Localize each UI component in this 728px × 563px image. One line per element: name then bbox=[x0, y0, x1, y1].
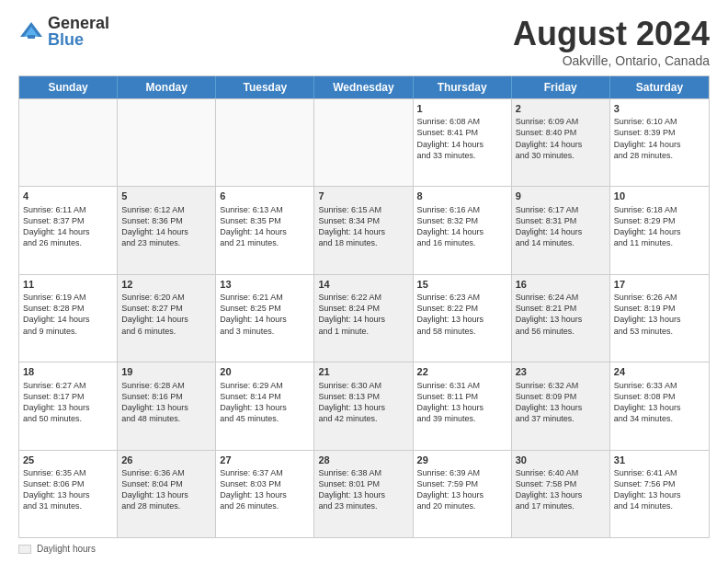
day-info: Sunrise: 6:38 AM Sunset: 8:01 PM Dayligh… bbox=[318, 467, 408, 512]
day-info: Sunrise: 6:22 AM Sunset: 8:24 PM Dayligh… bbox=[318, 292, 408, 337]
calendar-cell: 14Sunrise: 6:22 AM Sunset: 8:24 PM Dayli… bbox=[314, 275, 413, 362]
day-info: Sunrise: 6:20 AM Sunset: 8:27 PM Dayligh… bbox=[121, 292, 211, 337]
day-info: Sunrise: 6:08 AM Sunset: 8:41 PM Dayligh… bbox=[417, 116, 507, 161]
calendar-cell: 6Sunrise: 6:13 AM Sunset: 8:35 PM Daylig… bbox=[216, 187, 314, 273]
calendar-cell: 4Sunrise: 6:11 AM Sunset: 8:37 PM Daylig… bbox=[19, 187, 118, 273]
day-number: 29 bbox=[417, 454, 507, 466]
day-info: Sunrise: 6:19 AM Sunset: 8:28 PM Dayligh… bbox=[23, 292, 113, 337]
calendar-cell: 23Sunrise: 6:32 AM Sunset: 8:09 PM Dayli… bbox=[512, 362, 610, 449]
calendar-cell bbox=[19, 99, 118, 186]
day-number: 16 bbox=[516, 278, 606, 291]
calendar-cell: 29Sunrise: 6:39 AM Sunset: 7:59 PM Dayli… bbox=[414, 451, 512, 537]
day-number: 4 bbox=[23, 190, 113, 202]
calendar-cell: 8Sunrise: 6:16 AM Sunset: 8:32 PM Daylig… bbox=[414, 187, 512, 273]
logo: General Blue bbox=[18, 15, 109, 48]
day-number: 20 bbox=[220, 365, 310, 378]
day-number: 15 bbox=[417, 278, 507, 291]
day-number: 1 bbox=[417, 102, 507, 115]
day-info: Sunrise: 6:37 AM Sunset: 8:03 PM Dayligh… bbox=[220, 467, 310, 512]
day-number: 6 bbox=[220, 190, 310, 202]
day-info: Sunrise: 6:11 AM Sunset: 8:37 PM Dayligh… bbox=[23, 204, 113, 249]
logo-icon bbox=[18, 18, 44, 44]
calendar-cell: 22Sunrise: 6:31 AM Sunset: 8:11 PM Dayli… bbox=[414, 362, 512, 449]
calendar-cell bbox=[216, 99, 314, 186]
day-number: 30 bbox=[516, 454, 606, 466]
logo-text: General Blue bbox=[48, 15, 109, 48]
day-number: 10 bbox=[614, 190, 705, 202]
day-info: Sunrise: 6:40 AM Sunset: 7:58 PM Dayligh… bbox=[516, 467, 606, 512]
day-info: Sunrise: 6:10 AM Sunset: 8:39 PM Dayligh… bbox=[614, 116, 705, 161]
day-number: 24 bbox=[614, 365, 705, 378]
logo-blue: Blue bbox=[48, 31, 109, 48]
day-info: Sunrise: 6:26 AM Sunset: 8:19 PM Dayligh… bbox=[614, 292, 705, 337]
calendar-cell: 3Sunrise: 6:10 AM Sunset: 8:39 PM Daylig… bbox=[610, 99, 709, 186]
calendar-cell: 21Sunrise: 6:30 AM Sunset: 8:13 PM Dayli… bbox=[314, 362, 413, 449]
title-location: Oakville, Ontario, Canada bbox=[513, 53, 710, 68]
calendar-cell: 1Sunrise: 6:08 AM Sunset: 8:41 PM Daylig… bbox=[414, 99, 512, 186]
day-info: Sunrise: 6:30 AM Sunset: 8:13 PM Dayligh… bbox=[318, 380, 408, 425]
day-info: Sunrise: 6:33 AM Sunset: 8:08 PM Dayligh… bbox=[614, 380, 705, 425]
calendar-cell bbox=[314, 99, 413, 186]
day-number: 14 bbox=[318, 278, 408, 291]
footer-legend: Daylight hours bbox=[18, 544, 710, 554]
calendar: SundayMondayTuesdayWednesdayThursdayFrid… bbox=[18, 75, 710, 538]
header-cell-sunday: Sunday bbox=[19, 76, 118, 98]
page: General Blue August 2024 Oakville, Ontar… bbox=[0, 0, 728, 563]
day-number: 28 bbox=[318, 454, 408, 466]
header-cell-tuesday: Tuesday bbox=[216, 76, 314, 98]
legend-label: Daylight hours bbox=[37, 544, 96, 554]
header: General Blue August 2024 Oakville, Ontar… bbox=[18, 15, 710, 68]
calendar-cell: 5Sunrise: 6:12 AM Sunset: 8:36 PM Daylig… bbox=[118, 187, 216, 273]
calendar-header: SundayMondayTuesdayWednesdayThursdayFrid… bbox=[19, 76, 709, 98]
calendar-cell: 7Sunrise: 6:15 AM Sunset: 8:34 PM Daylig… bbox=[314, 187, 413, 273]
day-number: 31 bbox=[614, 454, 705, 466]
day-number: 7 bbox=[318, 190, 408, 202]
day-info: Sunrise: 6:35 AM Sunset: 8:06 PM Dayligh… bbox=[23, 467, 113, 512]
header-cell-monday: Monday bbox=[118, 76, 216, 98]
day-number: 11 bbox=[23, 278, 113, 291]
day-number: 22 bbox=[417, 365, 507, 378]
day-number: 21 bbox=[318, 365, 408, 378]
calendar-cell: 16Sunrise: 6:24 AM Sunset: 8:21 PM Dayli… bbox=[512, 275, 610, 362]
calendar-cell: 30Sunrise: 6:40 AM Sunset: 7:58 PM Dayli… bbox=[512, 451, 610, 537]
day-info: Sunrise: 6:29 AM Sunset: 8:14 PM Dayligh… bbox=[220, 380, 310, 425]
day-info: Sunrise: 6:24 AM Sunset: 8:21 PM Dayligh… bbox=[516, 292, 606, 337]
day-info: Sunrise: 6:27 AM Sunset: 8:17 PM Dayligh… bbox=[23, 380, 113, 425]
calendar-cell: 20Sunrise: 6:29 AM Sunset: 8:14 PM Dayli… bbox=[216, 362, 314, 449]
day-info: Sunrise: 6:18 AM Sunset: 8:29 PM Dayligh… bbox=[614, 204, 705, 249]
svg-rect-2 bbox=[28, 35, 35, 39]
day-info: Sunrise: 6:36 AM Sunset: 8:04 PM Dayligh… bbox=[121, 467, 211, 512]
calendar-cell: 2Sunrise: 6:09 AM Sunset: 8:40 PM Daylig… bbox=[512, 99, 610, 186]
header-cell-friday: Friday bbox=[512, 76, 610, 98]
calendar-row: 1Sunrise: 6:08 AM Sunset: 8:41 PM Daylig… bbox=[19, 98, 709, 186]
day-number: 17 bbox=[614, 278, 705, 291]
day-number: 27 bbox=[220, 454, 310, 466]
calendar-cell: 9Sunrise: 6:17 AM Sunset: 8:31 PM Daylig… bbox=[512, 187, 610, 273]
calendar-cell: 26Sunrise: 6:36 AM Sunset: 8:04 PM Dayli… bbox=[118, 451, 216, 537]
calendar-cell: 19Sunrise: 6:28 AM Sunset: 8:16 PM Dayli… bbox=[118, 362, 216, 449]
calendar-cell: 17Sunrise: 6:26 AM Sunset: 8:19 PM Dayli… bbox=[610, 275, 709, 362]
day-info: Sunrise: 6:28 AM Sunset: 8:16 PM Dayligh… bbox=[121, 380, 211, 425]
calendar-cell: 12Sunrise: 6:20 AM Sunset: 8:27 PM Dayli… bbox=[118, 275, 216, 362]
legend-box bbox=[18, 545, 31, 554]
calendar-cell: 28Sunrise: 6:38 AM Sunset: 8:01 PM Dayli… bbox=[314, 451, 413, 537]
calendar-row: 25Sunrise: 6:35 AM Sunset: 8:06 PM Dayli… bbox=[19, 450, 709, 537]
calendar-cell: 11Sunrise: 6:19 AM Sunset: 8:28 PM Dayli… bbox=[19, 275, 118, 362]
day-number: 19 bbox=[121, 365, 211, 378]
day-number: 12 bbox=[121, 278, 211, 291]
day-number: 13 bbox=[220, 278, 310, 291]
day-number: 26 bbox=[121, 454, 211, 466]
day-info: Sunrise: 6:17 AM Sunset: 8:31 PM Dayligh… bbox=[516, 204, 606, 249]
title-month: August 2024 bbox=[513, 15, 710, 53]
calendar-cell: 24Sunrise: 6:33 AM Sunset: 8:08 PM Dayli… bbox=[610, 362, 709, 449]
calendar-cell: 18Sunrise: 6:27 AM Sunset: 8:17 PM Dayli… bbox=[19, 362, 118, 449]
header-cell-wednesday: Wednesday bbox=[314, 76, 413, 98]
day-number: 18 bbox=[23, 365, 113, 378]
calendar-cell: 13Sunrise: 6:21 AM Sunset: 8:25 PM Dayli… bbox=[216, 275, 314, 362]
calendar-cell: 31Sunrise: 6:41 AM Sunset: 7:56 PM Dayli… bbox=[610, 451, 709, 537]
logo-general: General bbox=[48, 15, 109, 31]
calendar-row: 11Sunrise: 6:19 AM Sunset: 8:28 PM Dayli… bbox=[19, 274, 709, 362]
calendar-cell: 10Sunrise: 6:18 AM Sunset: 8:29 PM Dayli… bbox=[610, 187, 709, 273]
calendar-body: 1Sunrise: 6:08 AM Sunset: 8:41 PM Daylig… bbox=[19, 98, 709, 537]
day-number: 3 bbox=[614, 102, 705, 115]
